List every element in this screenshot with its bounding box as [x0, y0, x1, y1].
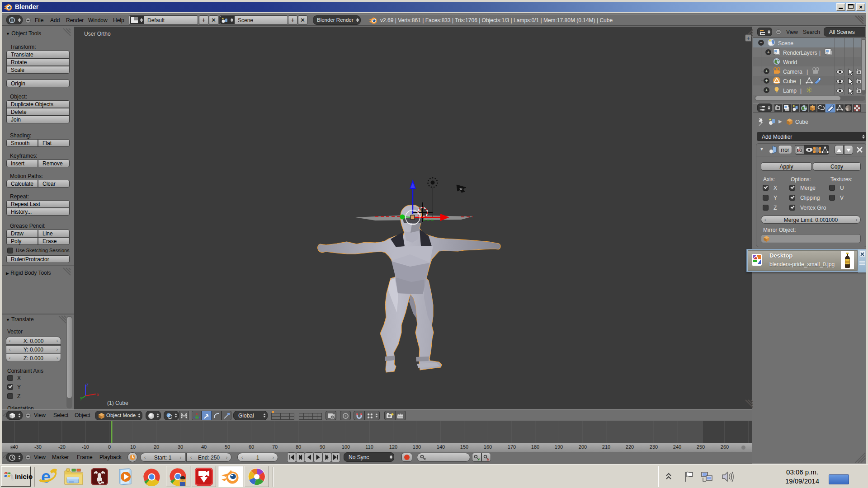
svg-text:e: e [41, 467, 51, 486]
svg-text:x: x [97, 392, 99, 397]
svg-text:z: z [86, 382, 89, 387]
svg-text:y: y [80, 395, 82, 400]
